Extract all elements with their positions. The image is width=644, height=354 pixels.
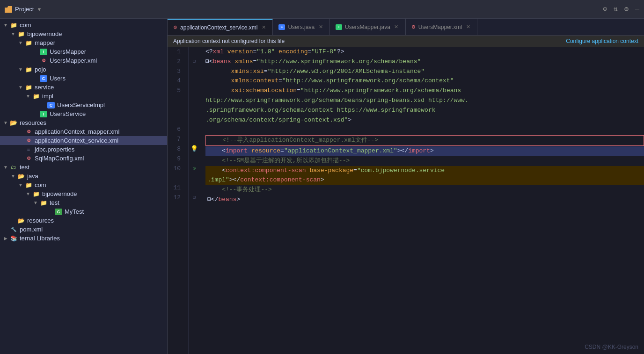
gutter-5b [189,96,200,106]
sidebar-item-com[interactable]: 📁 com [0,21,167,29]
folder-icon-service: 📁 [24,84,33,91]
project-folder-icon [5,6,12,13]
gutter-fold-2[interactable]: ⊟ [189,57,200,67]
code-line-7: <!--导入applicationContext_mapper.xml文件--> [205,135,644,146]
sidebar-item-usersserviceimpl[interactable]: C UsersServiceImpl [0,101,167,109]
label-test-sub: test [50,199,59,206]
label-appcontext-service: applicationContext_service.xml [35,137,118,144]
tab-close-usersmapper-xml[interactable]: ✕ [465,24,471,30]
sidebar-item-impl[interactable]: 📁 impl [0,92,167,101]
line-num-10b: . [168,173,184,183]
sidebar-item-mytest[interactable]: C MyTest [0,207,167,216]
gutter-scope-10[interactable]: ⊙ [189,164,200,174]
gear-icon[interactable]: ⚙ [624,5,629,14]
line-num-1: 1 [168,47,184,57]
tab-close-appcontext-service[interactable]: ✕ [260,24,267,30]
tab-bar: ⚙ applicationContext_service.xml ✕ C Use… [168,19,644,36]
sidebar-item-test-bjpowernode[interactable]: 📁 bjpowernode [0,189,167,198]
code-line-10b: .impl"></context:component-scan> [205,175,644,185]
gutter-bulb-8[interactable]: 💡 [189,144,200,154]
line-num-7: 7 [168,135,184,144]
tab-close-usersmapper-java[interactable]: ✕ [393,24,400,30]
line-num-6: 6 [168,125,184,135]
tab-users-java[interactable]: C Users.java ✕ [273,19,330,36]
line-num-3: 3 [168,67,184,77]
gutter-1 [189,47,200,57]
icon-mytest: C [54,209,63,215]
tab-label-usersmapper-xml: UsersMapper.xml [418,24,462,30]
add-icon[interactable]: ⊕ [603,5,607,14]
sidebar-item-resources-test[interactable]: 📂 resources [0,216,167,225]
label-usersmapper: UsersMapper [50,48,86,55]
label-jdbc-props: jdbc.properties [35,146,74,153]
sidebar-item-external-libraries[interactable]: 📚 ternal Libraries [0,234,167,243]
sidebar-item-test-sub[interactable]: 📁 test [0,198,167,207]
tab-close-users-java[interactable]: ✕ [317,24,324,30]
sidebar-item-resources-main[interactable]: 📂 resources [0,118,167,127]
line-num-5b: . [168,96,184,106]
icon-jdbc-props: ≡ [24,146,33,153]
gutter: ⊟ 💡 ⊙ ⊟ [189,47,200,354]
gutter-5 [189,86,200,96]
tab-label-appcontext-service: applicationContext_service.xml [180,24,257,31]
line-num-8: 8 [168,144,184,154]
label-test-bjpowernode: bjpowernode [42,190,77,197]
scroll-icon[interactable]: ⇅ [614,5,618,14]
sidebar-item-test-com[interactable]: 📁 com [0,181,167,189]
icon-java: 📂 [17,173,25,180]
gutter-10b [189,173,200,183]
gutter-fold-12[interactable]: ⊟ [189,193,200,203]
sidebar-item-appcontext-service[interactable]: ⚙ applicationContext_service.xml [0,136,167,145]
label-appcontext-mapper: applicationContext_mapper.xml [35,128,119,135]
tab-usersmapper-xml[interactable]: ⚙ UsersMapper.xml ✕ [406,19,477,36]
label-pojo: pojo [35,66,46,73]
sidebar-item-users[interactable]: C Users [0,74,167,83]
sidebar-item-java[interactable]: 📂 java [0,172,167,181]
sidebar-item-usersmapper[interactable]: I UsersMapper [0,47,167,56]
code-line-5c: .springframework.org/schema/context http… [205,106,644,116]
gutter-5d [189,116,200,125]
label-mapper: mapper [35,39,55,46]
sidebar-item-service[interactable]: 📁 service [0,83,167,92]
sidebar-item-sqlmap[interactable]: ⚙ SqlMapConfig.xml [0,154,167,163]
arrow-test-com [17,182,24,188]
sidebar-item-pojo[interactable]: 📁 pojo [0,65,167,74]
icon-users: C [39,75,48,82]
arrow-java [9,173,17,179]
icon-resources-main: 📂 [9,120,18,126]
editor-area: ⚙ applicationContext_service.xml ✕ C Use… [168,19,644,354]
tab-usersmapper-java[interactable]: I UsersMapper.java ✕ [330,19,406,36]
code-content[interactable]: <?xml version="1.0" encoding="UTF-8"?> ⊟… [200,47,644,354]
tab-icon-appcontext-service: ⚙ [173,25,177,30]
label-service: service [35,84,54,91]
tab-icon-usersmapper-java: I [336,24,342,30]
folder-icon-pojo: 📁 [24,66,33,73]
gutter-4 [189,76,200,86]
minimize-icon[interactable]: — [635,5,639,13]
line-num-5: 5 [168,86,184,96]
line-num-9: 9 [168,154,184,164]
icon-resources-test: 📂 [17,217,25,224]
code-line-6 [205,125,644,135]
sidebar-item-usersmapper-xml[interactable]: ⚙ UsersMapper.xml [0,56,167,65]
sidebar-item-mapper[interactable]: 📁 mapper [0,38,167,47]
top-bar-actions: ⊕ ⇅ ⚙ — [603,5,639,14]
icon-appcontext-service: ⚙ [24,137,33,144]
configure-link[interactable]: Configure application context [566,38,638,44]
line-num-2: 2 [168,57,184,67]
sidebar-item-jdbc-props[interactable]: ≡ jdbc.properties [0,145,167,154]
sidebar-item-bjpowernode[interactable]: 📁 bjpowernode [0,29,167,38]
dropdown-arrow[interactable]: ▼ [37,7,42,12]
arrow-pojo [17,67,24,72]
tab-appcontext-service[interactable]: ⚙ applicationContext_service.xml ✕ [168,19,273,36]
code-line-4: xmlns:context="http://www.springframewor… [205,76,644,86]
code-line-8: <import resource="applicationContext_map… [205,146,644,156]
sidebar-item-test[interactable]: 🗂 test [0,163,167,172]
sidebar-item-appcontext-mapper[interactable]: ⚙ applicationContext_mapper.xml [0,127,167,136]
sidebar-item-usersservice[interactable]: I UsersService [0,109,167,118]
gutter-3 [189,67,200,77]
line-num-11: 11 [168,183,184,193]
arrow-com [2,22,9,28]
sidebar-item-pom[interactable]: 🔧 pom.xml [0,225,167,234]
folder-icon-bjpowernode: 📁 [17,31,25,37]
